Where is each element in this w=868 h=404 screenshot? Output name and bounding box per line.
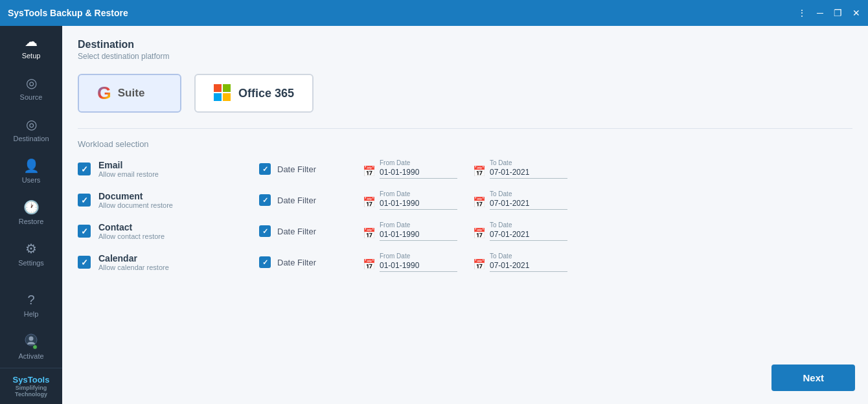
date-filter-checkbox-contact[interactable]: ✓: [259, 225, 271, 237]
workload-section-title: Workload selection: [78, 139, 852, 149]
users-icon: 👤: [23, 158, 40, 174]
to-cal-icon-document[interactable]: 📅: [473, 196, 486, 208]
content-area: Destination Select destination platform …: [62, 26, 868, 404]
from-date-field-email: 📅 From Date 01-01-1990: [363, 159, 457, 179]
workload-row-contact: ✓ Contact Allow contact restore ✓ Date F…: [78, 221, 852, 241]
date-filter-label-calendar: Date Filter: [277, 258, 316, 267]
sidebar-logo: SysTools Simplifying Technology: [0, 368, 62, 404]
window-controls: ⋮ ─ ❐ ✕: [797, 8, 860, 18]
settings-icon: ⚙: [25, 241, 37, 256]
workload-title-calendar: Calendar: [98, 253, 169, 264]
sidebar: ☁ Setup ◎ Source ◎ Destination 👤 Users 🕐…: [0, 26, 62, 404]
from-date-value-email: 01-01-1990: [380, 168, 457, 179]
cloud-icon: ☁: [25, 34, 38, 49]
date-group-calendar: 📅 From Date 01-01-1990 📅 To Date 07-01-2…: [363, 252, 852, 272]
close-icon[interactable]: ✕: [852, 8, 860, 18]
platform-office365[interactable]: Office 365: [194, 74, 314, 113]
to-date-inner-contact: To Date 07-01-2021: [490, 221, 567, 241]
titlebar: SysTools Backup & Restore ⋮ ─ ❐ ✕: [0, 0, 868, 26]
to-date-label-contact: To Date: [490, 221, 567, 229]
workload-label-email: Email Allow email restore: [98, 160, 159, 178]
minimize-icon[interactable]: ─: [817, 8, 823, 18]
to-date-value-contact: 07-01-2021: [490, 230, 567, 241]
workload-sub-calendar: Allow calendar restore: [98, 264, 169, 271]
svg-rect-2: [214, 84, 222, 92]
sidebar-item-users[interactable]: 👤 Users: [0, 150, 62, 192]
workload-sub-document: Allow document restore: [98, 201, 173, 209]
restore-icon[interactable]: ❐: [834, 8, 842, 18]
from-cal-icon-contact[interactable]: 📅: [363, 227, 376, 240]
sidebar-label-setup: Setup: [22, 52, 41, 60]
main-layout: ☁ Setup ◎ Source ◎ Destination 👤 Users 🕐…: [0, 26, 868, 404]
date-filter-area-document: ✓ Date Filter: [259, 194, 363, 206]
to-cal-icon-email[interactable]: 📅: [473, 165, 486, 177]
sidebar-item-help[interactable]: ? Help: [0, 285, 62, 326]
to-cal-icon-contact[interactable]: 📅: [473, 227, 486, 240]
workload-label-contact: Contact Allow contact restore: [98, 222, 165, 240]
date-filter-area-contact: ✓ Date Filter: [259, 225, 363, 237]
from-date-inner-contact: From Date 01-01-1990: [380, 221, 457, 241]
from-cal-icon-document[interactable]: 📅: [363, 196, 376, 208]
checkbox-contact[interactable]: ✓: [78, 225, 91, 238]
workload-rows: ✓ Email Allow email restore ✓ Date Filte…: [78, 159, 852, 272]
checkmark-calendar: ✓: [81, 258, 88, 267]
date-filter-checkbox-document[interactable]: ✓: [259, 194, 271, 206]
sidebar-label-activate: Activate: [18, 352, 43, 360]
from-date-value-document: 01-01-1990: [380, 199, 457, 210]
workload-title-contact: Contact: [98, 222, 165, 232]
to-date-group-contact: 📅 To Date 07-01-2021: [473, 221, 567, 241]
office365-label: Office 365: [238, 87, 294, 100]
gsuite-label: Suite: [118, 87, 145, 100]
to-date-label-calendar: To Date: [490, 252, 567, 260]
date-filter-checkbox-calendar[interactable]: ✓: [259, 256, 271, 268]
checkbox-calendar[interactable]: ✓: [78, 256, 91, 269]
from-date-inner-document: From Date 01-01-1990: [380, 190, 457, 210]
workload-check-area-contact: ✓ Contact Allow contact restore: [78, 222, 259, 240]
date-filter-checkbox-email[interactable]: ✓: [259, 163, 271, 175]
page-title: Destination: [78, 39, 852, 50]
more-icon[interactable]: ⋮: [797, 8, 806, 18]
source-icon: ◎: [26, 75, 37, 91]
checkbox-email[interactable]: ✓: [78, 163, 91, 175]
sidebar-label-source: Source: [20, 93, 43, 101]
svg-rect-5: [223, 93, 231, 101]
sidebar-item-destination[interactable]: ◎ Destination: [0, 109, 62, 150]
activate-icon: [25, 333, 38, 350]
from-cal-icon-calendar[interactable]: 📅: [363, 258, 376, 271]
page-subtitle: Select destination platform: [78, 52, 852, 61]
next-button[interactable]: Next: [771, 365, 855, 391]
sidebar-item-activate[interactable]: Activate: [0, 326, 62, 368]
from-date-field-contact: 📅 From Date 01-01-1990: [363, 221, 457, 241]
from-date-value-contact: 01-01-1990: [380, 230, 457, 241]
platform-gsuite[interactable]: G Suite: [78, 74, 181, 113]
to-date-inner-document: To Date 07-01-2021: [490, 190, 567, 210]
sidebar-item-source[interactable]: ◎ Source: [0, 67, 62, 109]
sidebar-item-setup[interactable]: ☁ Setup: [0, 26, 62, 67]
to-date-value-email: 07-01-2021: [490, 168, 567, 179]
date-filter-area-calendar: ✓ Date Filter: [259, 256, 363, 268]
date-group-document: 📅 From Date 01-01-1990 📅 To Date 07-01-2…: [363, 190, 852, 210]
sidebar-item-settings[interactable]: ⚙ Settings: [0, 233, 62, 275]
from-date-label-email: From Date: [380, 159, 457, 166]
workload-check-area-email: ✓ Email Allow email restore: [78, 160, 259, 178]
workload-sub-contact: Allow contact restore: [98, 232, 165, 240]
section-divider: [78, 128, 852, 129]
date-filter-label-contact: Date Filter: [277, 227, 316, 236]
date-filter-label-document: Date Filter: [277, 196, 316, 205]
checkbox-document[interactable]: ✓: [78, 194, 91, 207]
svg-rect-3: [223, 84, 231, 92]
from-date-label-document: From Date: [380, 190, 457, 197]
from-date-inner-calendar: From Date 01-01-1990: [380, 252, 457, 272]
to-date-label-email: To Date: [490, 159, 567, 166]
to-cal-icon-calendar[interactable]: 📅: [473, 258, 486, 271]
sidebar-label-destination: Destination: [13, 135, 49, 142]
from-date-label-contact: From Date: [380, 221, 457, 229]
next-button-area: Next: [771, 365, 855, 391]
sidebar-item-restore[interactable]: 🕐 Restore: [0, 192, 62, 233]
help-icon: ?: [27, 293, 34, 308]
to-date-inner-calendar: To Date 07-01-2021: [490, 252, 567, 272]
from-date-inner-email: From Date 01-01-1990: [380, 159, 457, 179]
sidebar-bottom: ? Help Activate SysTools Simplifying Tec…: [0, 285, 62, 404]
office365-logo-icon: [214, 84, 232, 102]
from-cal-icon-email[interactable]: 📅: [363, 165, 376, 177]
